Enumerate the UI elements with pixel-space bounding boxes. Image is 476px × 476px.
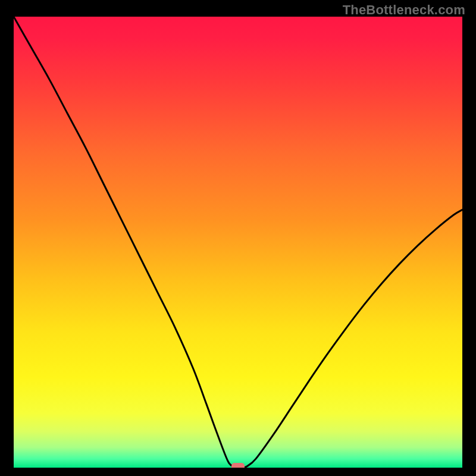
- plot-area: [14, 17, 462, 468]
- chart-frame: TheBottleneck.com: [0, 0, 476, 476]
- watermark-text: TheBottleneck.com: [343, 2, 465, 18]
- optimum-marker: [231, 463, 245, 468]
- bottleneck-chart: [14, 17, 462, 468]
- gradient-background: [14, 17, 462, 468]
